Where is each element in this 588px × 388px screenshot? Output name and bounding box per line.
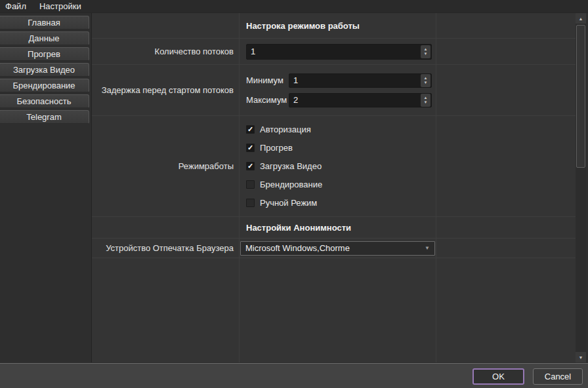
settings-panel: Настрока режимов работы Количество поток… <box>92 13 576 362</box>
anonymity-section-title: Настройки Анонимности <box>246 223 436 233</box>
checkbox-warmup[interactable]: ✓ <box>246 144 255 152</box>
checkbox-label: Ручной Режим <box>260 198 317 208</box>
sidebar-item-warmup[interactable]: Прогрев <box>0 47 89 61</box>
delay-min-spinner: ▲ ▼ <box>289 73 432 88</box>
delay-min-label: Минимум <box>246 75 289 85</box>
start-delay-label: Задержка перед стартом потоков <box>92 65 240 115</box>
check-icon: ✓ <box>247 144 253 151</box>
sidebar-item-security[interactable]: Безопасность <box>0 94 89 108</box>
menu-bar: Файл Настройки <box>0 0 588 13</box>
start-delay-row: Задержка перед стартом потоков Минимум ▲… <box>92 65 576 116</box>
thread-count-spin-buttons[interactable]: ▲ ▼ <box>421 45 430 58</box>
checkbox-video-upload[interactable]: ✓ <box>246 162 255 170</box>
scroll-up-icon[interactable]: ▲ <box>576 13 586 24</box>
delay-max-input[interactable] <box>289 95 420 105</box>
footer-bar: OK Cancel <box>0 363 588 388</box>
checkbox-label: Брендирование <box>260 180 322 189</box>
delay-min-spin-buttons[interactable]: ▲ ▼ <box>421 74 430 87</box>
spin-up-icon[interactable]: ▲ <box>424 47 428 52</box>
delay-max-spin-buttons[interactable]: ▲ ▼ <box>421 94 430 107</box>
cancel-button[interactable]: Cancel <box>533 368 583 385</box>
menu-item-settings[interactable]: Настройки <box>39 1 88 11</box>
check-icon: ✓ <box>247 126 253 133</box>
chevron-down-icon: ▼ <box>425 245 430 251</box>
checkbox-label: Авторизация <box>260 125 311 134</box>
section-row: Настрока режимов работы <box>92 13 576 39</box>
checkbox-row-branding[interactable]: ✓ Брендирование <box>246 176 436 194</box>
delay-max-spinner: ▲ ▼ <box>289 93 432 107</box>
menu-item-file[interactable]: Файл <box>5 1 33 11</box>
empty-area <box>92 258 576 362</box>
thread-count-row: Количество потоков ▲ ▼ <box>92 39 576 65</box>
spin-up-icon[interactable]: ▲ <box>424 96 428 100</box>
checkbox-label: Загрузка Видео <box>260 161 322 171</box>
checkbox-row-authorization[interactable]: ✓ Авторизация <box>246 121 436 139</box>
checkbox-label: Прогрев <box>260 143 293 153</box>
delay-min-input[interactable] <box>289 75 420 85</box>
scrollbar-thumb[interactable] <box>576 25 585 168</box>
sidebar-item-home[interactable]: Главная <box>0 16 89 29</box>
browser-fingerprint-row: Устройство Отпечатка Браузера Microsoft … <box>92 239 576 258</box>
section-row: Настройки Анонимности <box>92 217 576 239</box>
browser-fingerprint-value: Microsoft Windows,Chorme <box>245 243 350 253</box>
work-modes-row: Режимработы ✓ Авторизация ✓ Прогрев ✓ За… <box>92 116 576 217</box>
browser-fingerprint-label: Устройство Отпечатка Браузера <box>92 239 240 258</box>
check-icon: ✓ <box>247 163 253 170</box>
ok-button[interactable]: OK <box>472 368 524 385</box>
checkbox-branding[interactable]: ✓ <box>246 180 255 189</box>
thread-count-label: Количество потоков <box>92 39 240 64</box>
work-modes-section-title: Настрока режимов работы <box>246 21 436 31</box>
checkbox-manual-mode[interactable]: ✓ <box>246 199 255 207</box>
thread-count-input[interactable] <box>247 47 420 56</box>
checkbox-row-manual-mode[interactable]: ✓ Ручной Режим <box>246 194 436 212</box>
spin-down-icon[interactable]: ▼ <box>424 52 428 56</box>
spin-down-icon[interactable]: ▼ <box>424 100 428 105</box>
work-modes-label: Режимработы <box>92 116 240 216</box>
checkbox-authorization[interactable]: ✓ <box>246 125 255 134</box>
sidebar-item-data[interactable]: Данные <box>0 31 89 45</box>
vertical-scrollbar[interactable]: ▲ ▼ <box>576 13 586 362</box>
scroll-down-icon[interactable]: ▼ <box>576 352 586 362</box>
sidebar-item-branding[interactable]: Брендирование <box>0 79 89 92</box>
delay-max-label: Максимум <box>246 95 289 105</box>
spin-down-icon[interactable]: ▼ <box>424 81 428 85</box>
checkbox-row-video-upload[interactable]: ✓ Загрузка Видео <box>246 157 436 176</box>
sidebar-item-video-upload[interactable]: Загрузка Видео <box>0 63 89 77</box>
browser-fingerprint-dropdown[interactable]: Microsoft Windows,Chorme ▼ <box>240 241 435 256</box>
spin-up-icon[interactable]: ▲ <box>424 76 428 81</box>
sidebar: Главная Данные Прогрев Загрузка Видео Бр… <box>0 13 92 362</box>
sidebar-item-telegram[interactable]: Telegram <box>0 110 89 124</box>
checkbox-row-warmup[interactable]: ✓ Прогрев <box>246 139 436 157</box>
thread-count-spinner: ▲ ▼ <box>246 44 432 60</box>
